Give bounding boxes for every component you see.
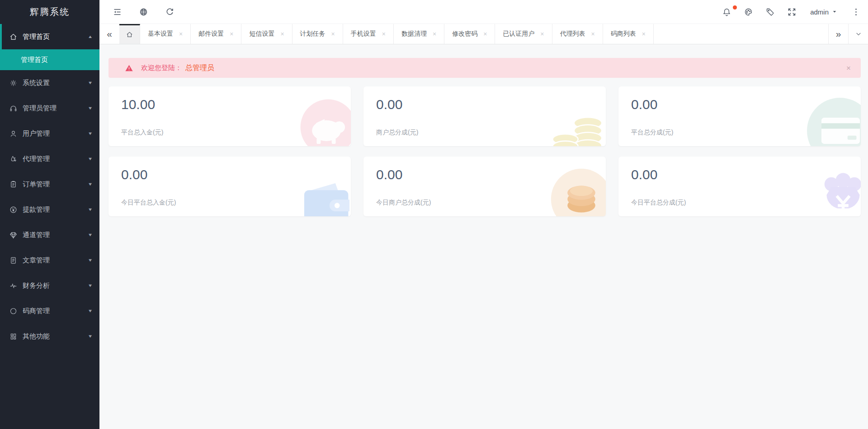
sidebar-item-label: 系统设置 — [23, 79, 88, 87]
tab[interactable]: 数据清理 × — [394, 24, 444, 44]
sidebar-item-arrow-icon: ▼ — [88, 182, 93, 186]
sidebar-item-label: 管理员管理 — [23, 104, 88, 113]
headset-icon — [9, 104, 18, 113]
clipboard-icon — [9, 180, 18, 189]
warning-icon — [125, 64, 133, 72]
stat-label: 今日商户总分成(元) — [376, 199, 431, 207]
globe-icon[interactable] — [138, 7, 148, 17]
welcome-alert: 欢迎您登陆： 总管理员 × — [108, 58, 861, 78]
chevron-down-icon — [855, 30, 862, 38]
tab-label: 数据清理 — [401, 30, 427, 38]
sidebar-item[interactable]: 管理首页 ▲ — [0, 24, 99, 49]
tab-close-icon[interactable]: × — [280, 30, 284, 38]
tab-close-icon[interactable]: × — [433, 30, 436, 38]
sidebar-item-label: 码商管理 — [23, 307, 88, 315]
bell-icon[interactable] — [722, 7, 731, 17]
tab[interactable]: 修改密码 × — [444, 24, 495, 44]
tab-close-icon[interactable]: × — [540, 30, 544, 38]
sidebar-item-label: 管理首页 — [23, 33, 88, 41]
stat-cards: 10.00 平台总入金(元) 0.00 商户总分成(元) 0.00 平台总分成(… — [108, 86, 861, 216]
sidebar: 辉腾系统 管理首页 ▲ 管理首页 系统设置 ▼ 管理员管理 ▼ 用户管理 ▼ 代… — [0, 0, 99, 429]
sidebar-item[interactable]: 提款管理 ▼ — [0, 197, 99, 222]
notification-badge — [733, 5, 737, 10]
tab-close-icon[interactable]: × — [642, 30, 646, 38]
sidebar-item-label: 提款管理 — [23, 205, 88, 214]
tabs-next-button[interactable]: » — [828, 24, 848, 44]
droplet-icon — [9, 154, 18, 163]
stat-value: 10.00 — [121, 97, 351, 112]
stat-label: 今日平台总分成(元) — [631, 199, 686, 207]
top-header: admin — [99, 0, 868, 24]
tab-close-icon[interactable]: × — [591, 30, 595, 38]
tab[interactable]: 码商列表 × — [603, 24, 654, 44]
tab-close-icon[interactable]: × — [331, 30, 335, 38]
tab[interactable]: 手机设置 × — [343, 24, 394, 44]
content-area: 欢迎您登陆： 总管理员 × 10.00 平台总入金(元) 0.00 商户总分成(… — [99, 44, 868, 429]
username: admin — [810, 8, 829, 16]
sidebar-item-arrow-icon: ▼ — [88, 233, 93, 237]
refresh-icon[interactable] — [165, 7, 175, 17]
tab-close-icon[interactable]: × — [382, 30, 386, 38]
gear-icon — [9, 78, 18, 87]
tab[interactable]: 计划任务 × — [292, 24, 343, 44]
sidebar-item-label: 订单管理 — [23, 180, 88, 189]
stat-value: 0.00 — [121, 167, 351, 182]
sidebar-item[interactable]: 通道管理 ▼ — [0, 222, 99, 248]
article-icon — [9, 256, 18, 265]
sidebar-item-arrow-icon: ▼ — [88, 157, 93, 161]
tab[interactable]: 基本设置 × — [140, 24, 191, 44]
sidebar-item[interactable]: 系统设置 ▼ — [0, 70, 99, 95]
sidebar-item[interactable]: 订单管理 ▼ — [0, 172, 99, 197]
circle-icon — [9, 306, 18, 315]
tab[interactable]: 代理列表 × — [552, 24, 603, 44]
stat-value: 0.00 — [631, 97, 861, 112]
sidebar-subitem-label: 管理首页 — [21, 56, 48, 64]
home-icon — [126, 31, 133, 38]
stat-label: 平台总入金(元) — [121, 129, 163, 137]
tab-close-icon[interactable]: × — [483, 30, 487, 38]
stat-card: 0.00 今日平台总分成(元) — [618, 157, 861, 216]
stat-value: 0.00 — [376, 97, 606, 112]
tab[interactable]: 邮件设置 × — [191, 24, 241, 44]
sidebar-item[interactable]: 管理员管理 ▼ — [0, 95, 99, 121]
stat-label: 今日平台总入金(元) — [121, 199, 176, 207]
sidebar-subitem[interactable]: 管理首页 — [0, 49, 99, 70]
sidebar-item-label: 文章管理 — [23, 256, 88, 265]
tag-icon[interactable] — [765, 7, 775, 17]
grid-icon — [9, 332, 18, 341]
tab[interactable]: 短信设置 × — [241, 24, 292, 44]
sidebar-item-arrow-icon: ▼ — [88, 81, 93, 85]
tab[interactable]: 已认证用户 × — [495, 24, 552, 44]
tab-label: 修改密码 — [452, 30, 477, 38]
tab-label: 码商列表 — [611, 30, 636, 38]
sidebar-item-arrow-icon: ▼ — [88, 334, 93, 338]
home-icon — [9, 32, 18, 41]
tab-home[interactable] — [119, 24, 140, 44]
sidebar-item[interactable]: 财务分析 ▼ — [0, 273, 99, 298]
tabs-prev-button[interactable]: « — [99, 24, 119, 44]
sidebar-item[interactable]: 码商管理 ▼ — [0, 298, 99, 324]
stat-value: 0.00 — [631, 167, 861, 182]
tab-label: 基本设置 — [148, 30, 173, 38]
close-icon[interactable]: × — [846, 64, 851, 72]
tab-close-icon[interactable]: × — [230, 30, 233, 38]
palette-icon[interactable] — [743, 7, 753, 17]
user-menu[interactable]: admin — [810, 8, 837, 16]
fullscreen-icon[interactable] — [787, 7, 797, 17]
tabs-dropdown-button[interactable] — [848, 24, 868, 44]
stat-card: 0.00 今日平台总入金(元) — [108, 157, 351, 216]
stat-card: 0.00 商户总分成(元) — [363, 86, 606, 146]
sidebar-item-label: 财务分析 — [23, 281, 88, 290]
tab-bar: « 基本设置 × 邮件设置 × 短信设置 × 计划任务 × 手机设置 × 数据清… — [99, 24, 868, 44]
yen-circle-icon — [9, 205, 18, 214]
sidebar-item[interactable]: 文章管理 ▼ — [0, 248, 99, 273]
sidebar-item[interactable]: 代理管理 ▼ — [0, 146, 99, 172]
sidebar-item-arrow-icon: ▼ — [88, 258, 93, 262]
sidebar-item[interactable]: 用户管理 ▼ — [0, 121, 99, 146]
sidebar-item[interactable]: 其他功能 ▼ — [0, 324, 99, 349]
collapse-menu-icon[interactable] — [112, 7, 122, 17]
stat-value: 0.00 — [376, 167, 606, 182]
tab-close-icon[interactable]: × — [179, 30, 183, 38]
more-icon[interactable] — [851, 7, 861, 17]
gem-icon — [9, 230, 18, 239]
